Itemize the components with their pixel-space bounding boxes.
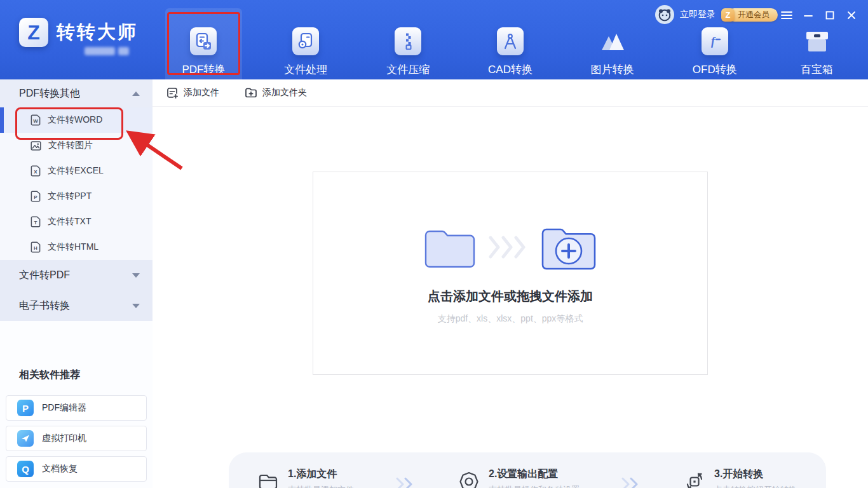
sidebar-section-ebook-convert[interactable]: 电子书转换 xyxy=(0,290,153,321)
item-label: 文件转WORD xyxy=(48,114,102,126)
svg-text:f: f xyxy=(711,35,716,48)
steps-guide: 1.添加文件 支持批量添加文件 2.设置输出配置 支持批量操作和各种设置 xyxy=(229,452,826,488)
maximize-icon[interactable] xyxy=(822,8,837,22)
step-add-file: 1.添加文件 支持批量添加文件 xyxy=(257,468,354,488)
item-label: 文件转图片 xyxy=(48,140,93,151)
image-icon xyxy=(31,140,41,151)
svg-text:P: P xyxy=(34,194,37,200)
step-arrow-icon xyxy=(395,477,417,488)
vip-label: 开通会员 xyxy=(738,10,770,20)
item-label: 文件转PPT xyxy=(48,191,92,202)
ofd-icon: f xyxy=(702,27,728,55)
dropzone-subtitle: 支持pdf、xls、xlsx、ppt、ppx等格式 xyxy=(313,313,707,325)
mountains-icon xyxy=(599,27,626,55)
login-button[interactable]: 立即登录 xyxy=(680,9,715,20)
dropzone-graphic xyxy=(313,223,707,271)
header-bar: Z 转转大师 PDF转换 xyxy=(0,0,868,79)
recommend-doc-recovery[interactable]: Q 文档恢复 xyxy=(6,456,147,482)
item-label: 文件转TXT xyxy=(48,216,91,227)
account-area: 立即登录 Z 开通会员 xyxy=(655,5,778,24)
add-folder-button[interactable]: 添加文件夹 xyxy=(245,87,307,98)
vip-z-icon: Z xyxy=(721,8,735,22)
word-doc-icon: W xyxy=(31,114,41,126)
app-window: Z 转转大师 PDF转换 xyxy=(0,0,868,488)
file-process-icon xyxy=(292,27,319,55)
virtual-printer-icon xyxy=(17,430,34,447)
logo-z-icon: Z xyxy=(19,18,48,47)
txt-doc-icon: T xyxy=(31,216,41,227)
collapse-down-icon xyxy=(132,273,140,278)
recommend-pdf-editor[interactable]: P PDF编辑器 xyxy=(6,395,147,421)
tab-label: 图片转换 xyxy=(591,62,634,77)
tab-label: OFD转换 xyxy=(693,62,737,77)
sidebar: PDF转换其他 W 文件转WORD 文件转图片 xyxy=(0,79,153,488)
sidebar-item-file-to-excel[interactable]: X 文件转EXCEL xyxy=(0,158,153,184)
tab-file-process[interactable]: 文件处理 xyxy=(255,0,357,79)
convert-loop-icon xyxy=(683,470,706,488)
step-title: 3.开始转换 xyxy=(714,468,797,481)
zip-icon xyxy=(395,27,421,55)
recommend-label: PDF编辑器 xyxy=(42,402,86,414)
recommend-virtual-printer[interactable]: 虚拟打印机 xyxy=(6,426,147,451)
step-title: 1.添加文件 xyxy=(288,468,354,481)
collapse-up-icon xyxy=(132,92,140,96)
pdf-convert-icon xyxy=(190,27,217,55)
html-doc-icon: H xyxy=(31,241,41,253)
tab-image-convert[interactable]: 图片转换 xyxy=(561,0,663,79)
avatar[interactable] xyxy=(655,5,674,24)
chevrons-icon xyxy=(488,236,529,259)
treasure-box-icon xyxy=(804,27,831,55)
step-arrow-icon xyxy=(621,477,642,488)
add-file-icon xyxy=(166,87,179,99)
excel-doc-icon: X xyxy=(31,165,41,177)
step-output-config: 2.设置输出配置 支持批量操作和各种设置 xyxy=(458,468,580,488)
blurred-subtitle xyxy=(85,47,115,55)
settings-nut-icon xyxy=(458,470,480,488)
sidebar-section-pdf-convert-other[interactable]: PDF转换其他 xyxy=(0,79,153,107)
step-desc: 点击转换按钮开始转换 xyxy=(714,484,797,488)
sidebar-item-file-to-html[interactable]: H 文件转HTML xyxy=(0,234,153,260)
recommend-label: 文档恢复 xyxy=(42,463,78,475)
main-content: 添加文件 添加文件夹 xyxy=(153,79,868,488)
tab-pdf-convert[interactable]: PDF转换 xyxy=(153,0,255,79)
recommend-panel: 相关软件推荐 P PDF编辑器 虚拟打印机 Q 文档恢复 xyxy=(0,369,153,487)
sidebar-item-file-to-txt[interactable]: T 文件转TXT xyxy=(0,209,153,234)
vip-button[interactable]: Z 开通会员 xyxy=(728,8,778,22)
tab-label: 百宝箱 xyxy=(801,62,833,77)
doc-recovery-icon: Q xyxy=(17,461,34,477)
sidebar-items: W 文件转WORD 文件转图片 X 文件转EXCEL xyxy=(0,107,153,260)
sidebar-section-file-to-pdf[interactable]: 文件转PDF xyxy=(0,260,153,290)
add-folder-icon xyxy=(245,87,257,98)
sidebar-item-file-to-word[interactable]: W 文件转WORD xyxy=(0,107,153,133)
add-folder-large-icon xyxy=(539,223,599,271)
close-icon[interactable] xyxy=(844,8,859,22)
menu-icon[interactable] xyxy=(779,8,794,22)
window-controls xyxy=(779,8,859,22)
sidebar-item-file-to-image[interactable]: 文件转图片 xyxy=(0,133,153,158)
file-dropzone[interactable]: 点击添加文件或拖拽文件添加 支持pdf、xls、xlsx、ppt、ppx等格式 xyxy=(313,172,708,375)
folder-icon xyxy=(422,226,478,269)
tab-label: PDF转换 xyxy=(182,62,225,77)
svg-text:W: W xyxy=(33,118,38,124)
add-file-button[interactable]: 添加文件 xyxy=(166,87,219,99)
tab-file-compress[interactable]: 文件压缩 xyxy=(357,0,459,79)
dropzone-title: 点击添加文件或拖拽文件添加 xyxy=(313,288,707,305)
step-start-convert: 3.开始转换 点击转换按钮开始转换 xyxy=(683,468,797,488)
step-desc: 支持批量操作和各种设置 xyxy=(489,484,580,488)
collapse-down-icon xyxy=(132,304,140,308)
recommend-title: 相关软件推荐 xyxy=(19,369,147,382)
item-label: 文件转HTML xyxy=(48,241,98,253)
tab-label: 文件处理 xyxy=(284,62,327,77)
ppt-doc-icon: P xyxy=(31,191,41,202)
minimize-icon[interactable] xyxy=(801,8,816,22)
pdf-editor-icon: P xyxy=(17,400,34,416)
section-label: PDF转换其他 xyxy=(19,87,80,100)
toolbar: 添加文件 添加文件夹 xyxy=(153,79,868,107)
app-title: 转转大师 xyxy=(57,20,138,45)
tab-label: 文件压缩 xyxy=(386,62,430,77)
section-label: 文件转PDF xyxy=(19,269,70,282)
step-desc: 支持批量添加文件 xyxy=(288,484,354,488)
tab-cad-convert[interactable]: CAD转换 xyxy=(459,0,562,79)
folder-outline-icon xyxy=(257,470,280,488)
sidebar-item-file-to-ppt[interactable]: P 文件转PPT xyxy=(0,184,153,209)
